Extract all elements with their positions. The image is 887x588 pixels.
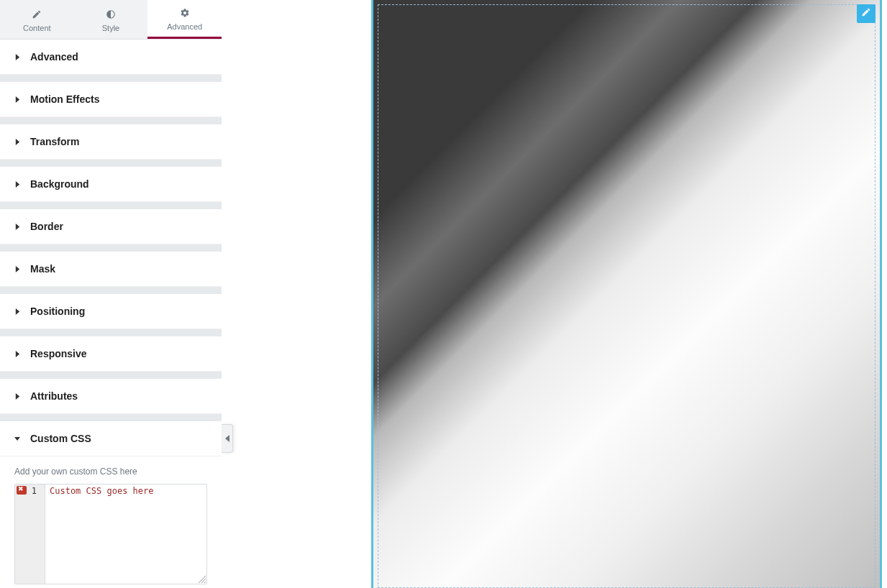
custom-css-label: Add your own custom CSS here: [14, 467, 207, 477]
section-custom-css[interactable]: Custom CSS: [0, 421, 222, 456]
section-custom-css-title: Custom CSS: [30, 433, 91, 444]
section-border-title: Border: [30, 221, 63, 232]
tab-advanced-label: Advanced: [167, 22, 202, 31]
caret-right-icon: [14, 139, 20, 144]
tab-style-label: Style: [102, 24, 119, 32]
sections-list: Advanced Motion Effects Transform Backgr…: [0, 40, 222, 588]
section-border[interactable]: Border: [0, 209, 222, 244]
section-transform[interactable]: Transform: [0, 124, 222, 160]
sidebar-collapse-toggle[interactable]: [222, 424, 233, 453]
chevron-left-icon: [225, 432, 229, 445]
edit-element-button[interactable]: [857, 4, 875, 23]
section-attributes-title: Attributes: [30, 390, 78, 402]
caret-right-icon: [14, 96, 20, 102]
caret-right-icon: [14, 351, 20, 357]
caret-down-icon: [14, 436, 20, 441]
gear-icon: [179, 7, 191, 19]
section-motion-effects[interactable]: Motion Effects: [0, 82, 222, 117]
section-background[interactable]: Background: [0, 167, 222, 202]
section-attributes[interactable]: Attributes: [0, 379, 222, 414]
tab-content[interactable]: Content: [0, 0, 74, 39]
pencil-icon: [31, 9, 42, 20]
custom-css-body: Add your own custom CSS here 1 Custom CS…: [0, 456, 222, 588]
error-icon: [17, 486, 27, 495]
tab-style[interactable]: Style: [74, 0, 148, 39]
code-gutter: 1: [15, 484, 45, 584]
caret-right-icon: [14, 224, 20, 229]
pencil-icon: [861, 7, 871, 20]
section-responsive[interactable]: Responsive: [0, 336, 222, 372]
resize-handle-icon[interactable]: [199, 576, 206, 583]
caret-right-icon: [14, 393, 20, 399]
caret-right-icon: [14, 266, 20, 272]
section-positioning[interactable]: Positioning: [0, 294, 222, 329]
section-positioning-title: Positioning: [30, 306, 85, 317]
custom-css-editor[interactable]: 1 Custom CSS goes here: [14, 484, 207, 584]
section-responsive-title: Responsive: [30, 348, 87, 359]
section-transform-title: Transform: [30, 136, 79, 147]
editor-sidebar: Content Style Advanced Advanced Motion E…: [0, 0, 222, 588]
caret-right-icon: [14, 308, 20, 314]
element-frame[interactable]: [371, 0, 882, 588]
contrast-icon: [105, 9, 117, 20]
selection-outline: [378, 4, 875, 588]
section-advanced[interactable]: Advanced: [0, 40, 222, 75]
caret-right-icon: [14, 181, 20, 187]
tab-content-label: Content: [23, 24, 51, 32]
caret-right-icon: [14, 54, 20, 60]
section-background-title: Background: [30, 178, 89, 190]
tab-advanced[interactable]: Advanced: [147, 0, 222, 39]
code-textarea[interactable]: Custom CSS goes here: [45, 484, 206, 584]
section-mask[interactable]: Mask: [0, 252, 222, 287]
section-mask-title: Mask: [30, 263, 55, 275]
preview-canvas: [222, 0, 887, 588]
section-advanced-title: Advanced: [30, 51, 78, 63]
panel-tabs: Content Style Advanced: [0, 0, 222, 40]
section-motion-effects-title: Motion Effects: [30, 93, 99, 105]
